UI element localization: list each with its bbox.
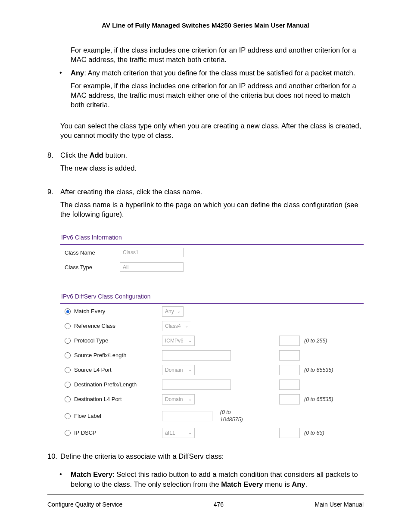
bullet-match-every: Match Every: Select this radio button to… [71, 470, 364, 492]
step-8-sub: The new class is added. [60, 163, 364, 173]
radio-source-l4[interactable] [65, 367, 71, 373]
bullet-any: Any: Any match criterion that you define… [71, 68, 364, 113]
source-prefix-len-input[interactable] [279, 350, 300, 361]
chevron-down-icon: ⌄ [177, 308, 181, 314]
chevron-down-icon: ⌄ [188, 396, 192, 402]
match-every-label: Match Every [74, 308, 105, 315]
chevron-down-icon: ⌄ [188, 430, 192, 436]
chevron-down-icon: ⌄ [188, 367, 192, 373]
any-text: : Any match criterion that you define fo… [84, 69, 355, 77]
source-prefix-input[interactable] [162, 350, 231, 361]
page-header-title: AV Line of Fully Managed Switches M4250 … [47, 22, 364, 29]
source-prefix-label: Source Prefix/Length [74, 352, 126, 359]
source-l4-hint: (0 to 65535) [304, 367, 333, 374]
dest-l4-hint: (0 to 65535) [304, 396, 333, 403]
radio-dest-l4[interactable] [65, 396, 71, 402]
ip-dscp-input[interactable] [279, 428, 300, 438]
radio-protocol-type[interactable] [65, 338, 71, 344]
radio-ip-dscp[interactable] [65, 430, 71, 436]
flow-label-input[interactable] [162, 411, 212, 421]
reference-class-label: Reference Class [74, 322, 115, 330]
dest-l4-input[interactable] [279, 394, 300, 404]
flow-label-hint: (0 to 1048575) [220, 409, 245, 423]
class-name-label: Class Name [65, 249, 120, 257]
step-number-9: 9. [47, 187, 60, 223]
dest-prefix-input[interactable] [162, 380, 231, 390]
footer-right: Main User Manual [314, 501, 364, 508]
bullet-dot: • [59, 68, 71, 113]
protocol-type-select[interactable]: ICMPv6⌄ [162, 336, 195, 346]
ip-dscp-hint: (0 to 63) [304, 429, 324, 437]
ipv6-class-panel: IPv6 Class Information Class Name Class1… [60, 231, 364, 440]
step-9-sub: The class name is a hyperlink to the pag… [60, 200, 364, 219]
step-10-text: Define the criteria to associate with a … [60, 451, 364, 461]
match-every-bold: Match Every [71, 470, 112, 478]
paragraph-select-class-type: You can select the class type only when … [60, 121, 364, 140]
source-l4-input[interactable] [279, 365, 300, 375]
step-number-10: 10. [47, 451, 60, 464]
step-9-text: After creating the class, click the clas… [60, 187, 364, 196]
radio-source-prefix[interactable] [65, 352, 71, 358]
panel-title-diffserv-config: IPv6 DiffServ Class Configuration [60, 290, 364, 304]
radio-reference-class[interactable] [65, 323, 71, 329]
match-every-select[interactable]: Any⌄ [162, 306, 184, 317]
ip-dscp-label: IP DSCP [74, 429, 97, 437]
reference-class-select[interactable]: Class4⌄ [162, 321, 191, 331]
any-label: Any [71, 69, 84, 77]
chevron-down-icon: ⌄ [185, 323, 188, 329]
radio-dest-prefix[interactable] [65, 382, 71, 388]
class-name-input[interactable]: Class1 [120, 248, 184, 257]
paragraph-example-both: For example, if the class includes one c… [71, 45, 364, 65]
dest-prefix-label: Destination Prefix/Length [74, 381, 137, 389]
protocol-type-label: Protocol Type [74, 337, 108, 345]
dest-prefix-len-input[interactable] [279, 380, 300, 390]
step-8-text: Click the Add button. [60, 150, 364, 160]
source-l4-select[interactable]: Domain⌄ [162, 365, 195, 375]
footer-left: Configure Quality of Service [47, 501, 122, 508]
ip-dscp-select[interactable]: af11⌄ [162, 428, 195, 438]
dest-l4-select[interactable]: Domain⌄ [162, 394, 195, 404]
radio-flow-label[interactable] [65, 413, 71, 419]
footer-page-number: 476 [214, 501, 224, 508]
source-l4-label: Source L4 Port [74, 366, 112, 374]
panel-title-class-info: IPv6 Class Information [60, 231, 364, 245]
dest-l4-label: Destination L4 Port [74, 395, 122, 403]
class-type-label: Class Type [65, 264, 120, 271]
radio-match-every[interactable] [65, 308, 71, 314]
bullet-dot: • [59, 470, 71, 492]
protocol-type-hint: (0 to 255) [304, 337, 327, 345]
chevron-down-icon: ⌄ [188, 338, 192, 344]
class-type-input[interactable]: All [120, 262, 184, 272]
step-number-8: 8. [47, 150, 60, 177]
any-example: For example, if the class includes one c… [71, 81, 364, 110]
flow-label-label: Flow Label [74, 412, 101, 420]
protocol-type-input[interactable] [279, 336, 300, 346]
